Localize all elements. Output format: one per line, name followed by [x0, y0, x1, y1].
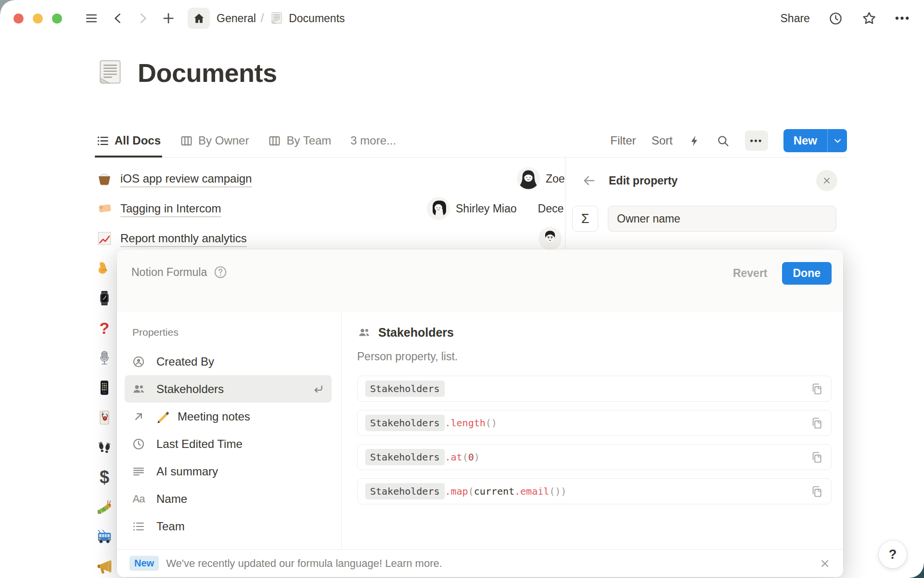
breadcrumb-page[interactable]: Documents — [289, 12, 345, 25]
property-item-label: Created By — [156, 355, 214, 368]
search-icon[interactable] — [717, 134, 730, 147]
property-item-team[interactable]: Team — [125, 512, 332, 540]
board-view-icon — [180, 134, 193, 147]
property-item-last-edited-time[interactable]: Last Edited Time — [125, 430, 332, 458]
detail-description: Person property, list. — [357, 350, 832, 363]
formula-property-detail: Stakeholders Person property, list. Stak… — [342, 312, 843, 549]
share-button[interactable]: Share — [781, 12, 810, 25]
question-circle-icon[interactable] — [213, 265, 228, 279]
help-button[interactable]: ? — [879, 540, 907, 568]
sidebar-toggle-icon[interactable] — [84, 12, 99, 25]
tab-3-more-[interactable]: 3 more... — [350, 124, 396, 157]
basket-icon — [96, 170, 120, 188]
property-item-meeting-notes[interactable]: Meeting notes — [125, 403, 332, 430]
code-token: .email — [514, 486, 549, 497]
row-title[interactable]: Tagging in Intercom — [120, 202, 221, 215]
chart-up-icon — [96, 229, 120, 248]
done-button[interactable]: Done — [782, 262, 832, 285]
property-item-stakeholders[interactable]: Stakeholders — [125, 375, 332, 403]
row-meta: Shirley MiaoDece — [427, 194, 564, 223]
code-token: Stakeholders — [365, 415, 445, 431]
star-icon[interactable] — [861, 11, 877, 26]
code-token: ) — [474, 451, 480, 463]
tab-by-owner[interactable]: By Owner — [180, 124, 249, 157]
window-titlebar: General / Documents Share ••• — [0, 0, 924, 37]
revert-button[interactable]: Revert — [733, 267, 768, 280]
lightning-icon[interactable] — [688, 134, 701, 147]
megaphone-icon — [96, 559, 113, 575]
code-token: ( — [462, 451, 468, 463]
formula-type-button[interactable]: Σ — [572, 206, 598, 232]
code-token: ()) — [549, 486, 566, 497]
microphone-icon — [96, 350, 113, 366]
copy-icon[interactable] — [810, 382, 823, 395]
sort-button[interactable]: Sort — [652, 134, 673, 147]
formula-example-row[interactable]: Stakeholders.length() — [357, 410, 832, 436]
avatar — [539, 227, 561, 250]
copy-icon[interactable] — [810, 417, 823, 430]
formula-example-row[interactable]: Stakeholders.map(current.email()) — [357, 478, 832, 504]
formula-code: Stakeholders — [365, 381, 445, 397]
home-button[interactable] — [188, 8, 210, 29]
banner-close-icon[interactable] — [819, 558, 831, 569]
trolleybus-icon — [96, 529, 113, 545]
formula-example-row[interactable]: Stakeholders — [357, 376, 832, 402]
new-button[interactable]: New — [783, 129, 827, 152]
board-view-icon — [268, 134, 281, 147]
formula-update-banner: New We've recently updated our formula l… — [117, 549, 843, 577]
view-tabs-bar: All DocsBy OwnerBy Team3 more... Filter … — [96, 124, 847, 158]
desktop-corner-bottom-right — [910, 564, 924, 578]
tab-label: By Owner — [198, 134, 249, 147]
property-item-label: Name — [156, 492, 187, 506]
person-circle-icon — [131, 355, 146, 368]
tab-by-team[interactable]: By Team — [268, 124, 331, 157]
formula-example-row[interactable]: Stakeholders.at(0) — [357, 444, 832, 470]
formula-editor-area[interactable]: Notion Formula Revert Done — [117, 250, 843, 312]
new-dropdown-button[interactable] — [827, 129, 847, 152]
ellipsis-icon[interactable]: ••• — [895, 12, 911, 25]
property-item-ai-summary[interactable]: AI summary — [125, 458, 332, 485]
banner-message[interactable]: We've recently updated our formula langu… — [166, 557, 442, 570]
code-token: .at — [445, 451, 462, 463]
breadcrumb-root[interactable]: General — [217, 12, 256, 25]
property-item-created-by[interactable]: Created By — [125, 348, 332, 375]
history-clock-icon[interactable] — [828, 11, 843, 26]
copy-icon[interactable] — [810, 485, 823, 498]
nav-forward-icon[interactable] — [137, 12, 149, 25]
properties-heading: Properties — [132, 327, 332, 338]
code-token: ( — [468, 486, 474, 497]
window-minimize-button[interactable] — [33, 13, 43, 24]
row-title[interactable]: Report monthly analytics — [120, 232, 247, 245]
nav-back-icon[interactable] — [112, 12, 124, 25]
page-header: Documents — [95, 58, 277, 88]
caterpillar-icon — [96, 499, 113, 515]
clock-icon — [131, 437, 146, 451]
tab-all-docs[interactable]: All Docs — [96, 124, 161, 157]
text-aa-icon: Aa — [131, 492, 146, 506]
people-icon — [131, 382, 146, 396]
window-zoom-button[interactable] — [52, 13, 62, 24]
property-item-label: Last Edited Time — [156, 437, 243, 451]
row-date: Dece — [538, 202, 564, 215]
arrow-up-right-icon — [131, 410, 146, 423]
formula-code: Stakeholders.map(current.email()) — [365, 483, 566, 499]
row-title[interactable]: iOS app review campaign — [120, 172, 252, 185]
view-options-ellipsis-icon[interactable]: ••• — [745, 131, 768, 151]
panel-close-button[interactable] — [816, 170, 837, 191]
window-close-button[interactable] — [13, 13, 24, 24]
new-tab-plus-icon[interactable] — [162, 12, 175, 25]
bullet-list-icon — [131, 520, 146, 533]
owner-name: Zoe — [546, 172, 565, 185]
copy-icon[interactable] — [810, 451, 823, 464]
muscle-icon — [96, 260, 113, 276]
joker-card-icon: J — [96, 409, 113, 426]
row-meta: Zoe — [517, 164, 565, 194]
tag-icon — [96, 199, 120, 218]
property-item-label: Team — [156, 520, 185, 533]
filter-button[interactable]: Filter — [610, 134, 636, 147]
property-item-name[interactable]: AaName — [125, 485, 332, 512]
code-token: .map — [445, 486, 468, 497]
back-arrow-icon[interactable] — [582, 173, 596, 188]
property-name-input[interactable] — [608, 206, 836, 232]
page-emoji-document-icon[interactable] — [95, 58, 125, 88]
